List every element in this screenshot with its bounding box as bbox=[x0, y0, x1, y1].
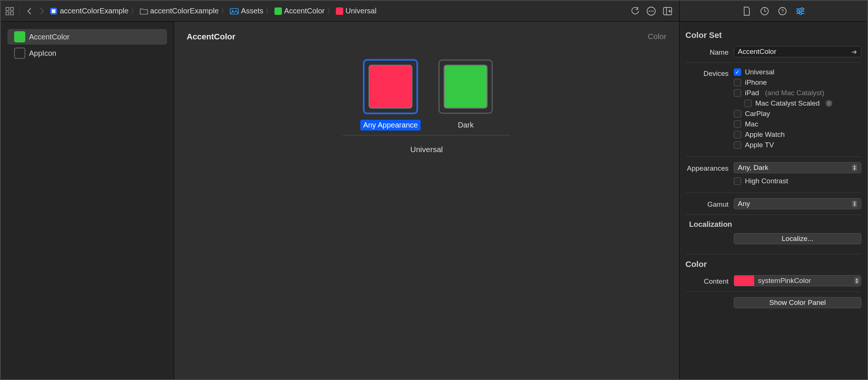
svg-point-24 bbox=[800, 12, 802, 15]
svg-rect-2 bbox=[6, 12, 9, 15]
asset-navigator: AccentColor AppIcon bbox=[1, 22, 174, 379]
checkbox-icon: ✓ bbox=[734, 68, 741, 76]
device-ipad[interactable]: iPad (and Mac Catalyst) bbox=[734, 89, 861, 97]
appearances-select[interactable]: Any, Dark ▲▼ bbox=[734, 162, 861, 173]
chevron-right-icon: 〉 bbox=[220, 7, 228, 16]
back-button[interactable] bbox=[24, 6, 35, 16]
file-inspector-tab[interactable] bbox=[742, 6, 752, 16]
swatch-label-dark: Dark bbox=[455, 120, 476, 131]
breadcrumb: accentColorExample 〉 accentColorExample … bbox=[49, 7, 628, 16]
high-contrast-toggle[interactable]: High Contrast bbox=[734, 177, 861, 185]
color-well-dark[interactable] bbox=[438, 59, 493, 114]
svg-rect-5 bbox=[52, 9, 55, 13]
color-swatch-icon bbox=[369, 65, 412, 109]
color-swatch-icon bbox=[336, 7, 343, 15]
inspector-panel: Color Set Name AccentColor ➜ Devices bbox=[679, 22, 867, 379]
reveal-arrow-icon[interactable]: ➜ bbox=[851, 48, 857, 56]
svg-text:?: ? bbox=[781, 8, 784, 14]
section-color: Color bbox=[685, 260, 861, 269]
chevron-right-icon: 〉 bbox=[326, 7, 334, 16]
devices-label: Devices bbox=[685, 68, 729, 78]
color-chip-icon bbox=[734, 276, 754, 286]
help-inspector-tab[interactable]: ? bbox=[778, 6, 787, 16]
crumb-assets[interactable]: Assets bbox=[230, 7, 263, 15]
section-color-set: Color Set bbox=[685, 30, 861, 40]
name-value: AccentColor bbox=[738, 48, 777, 56]
device-iphone[interactable]: iPhone bbox=[734, 78, 861, 87]
folder-icon bbox=[140, 8, 148, 15]
navigator-grid-icon[interactable] bbox=[4, 6, 15, 16]
localization-label: Localization bbox=[689, 220, 861, 229]
checkbox-icon bbox=[744, 100, 752, 107]
checkbox-icon bbox=[734, 141, 741, 149]
asset-item-label: AccentColor bbox=[29, 33, 70, 41]
checkbox-icon bbox=[734, 177, 741, 185]
localize-button[interactable]: Localize... bbox=[734, 233, 861, 244]
crumb-color-label: AccentColor bbox=[284, 7, 325, 15]
color-swatch-icon bbox=[274, 7, 282, 15]
more-icon[interactable] bbox=[646, 6, 656, 16]
project-icon bbox=[49, 7, 58, 15]
device-apple-tv[interactable]: Apple TV bbox=[734, 141, 861, 149]
chevron-right-icon: 〉 bbox=[130, 7, 138, 16]
show-color-panel-button[interactable]: Show Color Panel bbox=[734, 297, 861, 308]
canvas-title: AccentColor bbox=[187, 32, 666, 42]
checkbox-icon bbox=[734, 131, 741, 138]
svg-rect-0 bbox=[6, 7, 9, 10]
svg-point-22 bbox=[797, 10, 800, 12]
crumb-assets-label: Assets bbox=[241, 7, 263, 15]
add-panel-icon[interactable] bbox=[663, 6, 672, 16]
chevron-right-icon: 〉 bbox=[265, 7, 273, 16]
device-mac[interactable]: Mac bbox=[734, 120, 861, 128]
asset-item-accentcolor[interactable]: AccentColor bbox=[7, 29, 167, 45]
crumb-variant-label: Universal bbox=[345, 7, 376, 15]
appicon-placeholder-icon bbox=[14, 48, 25, 59]
color-swatch-icon bbox=[14, 31, 25, 42]
gamut-label: Gamut bbox=[685, 199, 729, 209]
crumb-folder-label: accentColorExample bbox=[150, 7, 219, 15]
checkbox-icon bbox=[734, 89, 741, 97]
forward-button[interactable] bbox=[37, 6, 47, 16]
crumb-project-label: accentColorExample bbox=[60, 7, 129, 15]
crumb-folder[interactable]: accentColorExample bbox=[140, 7, 219, 15]
select-arrows-icon: ▲▼ bbox=[852, 164, 857, 171]
info-icon[interactable]: i bbox=[826, 100, 832, 107]
checkbox-icon bbox=[734, 110, 741, 117]
select-arrows-icon: ▲▼ bbox=[852, 200, 857, 207]
checkbox-icon bbox=[734, 120, 741, 128]
asset-type-label: Color bbox=[648, 32, 666, 41]
svg-point-11 bbox=[652, 10, 653, 12]
select-arrows-icon: ▲▼ bbox=[854, 277, 859, 284]
color-well-any[interactable] bbox=[363, 59, 418, 114]
refresh-icon[interactable] bbox=[630, 6, 640, 16]
crumb-variant[interactable]: Universal bbox=[336, 7, 376, 15]
asset-item-label: AppIcon bbox=[29, 49, 56, 58]
color-swatch-icon bbox=[444, 65, 488, 109]
appearances-label: Appearances bbox=[685, 163, 729, 173]
svg-rect-3 bbox=[10, 12, 13, 15]
svg-point-20 bbox=[801, 8, 803, 10]
name-field[interactable]: AccentColor ➜ bbox=[734, 46, 861, 57]
svg-point-10 bbox=[650, 10, 652, 12]
asset-canvas: AccentColor Color Any Appearance Dark Un bbox=[174, 22, 679, 379]
device-apple-watch[interactable]: Apple Watch bbox=[734, 131, 861, 139]
svg-point-9 bbox=[649, 10, 650, 12]
checkbox-icon bbox=[734, 79, 741, 86]
content-label: Content bbox=[685, 276, 729, 286]
asset-item-appicon[interactable]: AppIcon bbox=[7, 45, 167, 61]
group-label: Universal bbox=[187, 145, 666, 154]
name-label: Name bbox=[685, 47, 729, 57]
device-carplay[interactable]: CarPlay bbox=[734, 110, 861, 118]
svg-rect-1 bbox=[10, 7, 13, 10]
crumb-project[interactable]: accentColorExample bbox=[49, 7, 129, 15]
history-inspector-tab[interactable] bbox=[760, 6, 769, 16]
content-select[interactable]: systemPinkColor ▲▼ bbox=[734, 275, 861, 286]
device-mac-catalyst-scaled[interactable]: Mac Catalyst Scaled i bbox=[734, 99, 861, 107]
swatch-label-any: Any Appearance bbox=[360, 120, 421, 131]
assets-icon bbox=[230, 7, 239, 15]
device-universal[interactable]: ✓ Universal bbox=[734, 68, 861, 76]
gamut-select[interactable]: Any ▲▼ bbox=[734, 198, 861, 209]
crumb-color[interactable]: AccentColor bbox=[274, 7, 325, 15]
attributes-inspector-tab[interactable] bbox=[795, 6, 805, 16]
